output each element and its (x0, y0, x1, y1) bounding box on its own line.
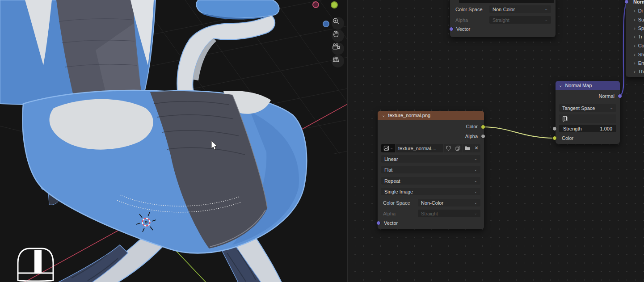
close-icon: ✕ (474, 145, 478, 151)
alpha-output-label: Alpha (465, 134, 478, 139)
panel-row[interactable]: › Di (634, 7, 643, 15)
vector-input-socket[interactable] (376, 221, 381, 225)
projection-value: Flat (384, 167, 392, 173)
panel-row[interactable]: › Sh (634, 51, 644, 59)
color-space-label: Color Space (383, 200, 418, 206)
vector-input-label: Vector (384, 220, 398, 226)
new-image-button[interactable] (453, 144, 462, 152)
color-input-socket[interactable] (552, 136, 557, 140)
strength-input-socket[interactable] (552, 126, 557, 131)
panel-label: Th (638, 69, 644, 74)
alpha-select[interactable]: Straight ⌄ (489, 16, 551, 24)
chevron-down-icon: ⌄ (474, 156, 477, 161)
color-space-select[interactable]: Non-Color ⌄ (489, 5, 551, 13)
chevron-down-icon: ⌄ (474, 200, 477, 205)
unlink-image-button[interactable]: ✕ (472, 144, 480, 152)
alpha-value: Straight (492, 17, 509, 23)
image-name-field[interactable]: texture_normal.... (396, 144, 443, 152)
space-select[interactable]: Tangent Space ⌄ (559, 104, 616, 112)
normal-input-label: Norm (633, 0, 644, 4)
panel-label: Co (638, 43, 644, 48)
panel-row[interactable]: › Su (634, 16, 644, 24)
vector-input-label: Vector (456, 26, 470, 32)
panel-arrow-icon: › (634, 60, 636, 66)
folder-icon (464, 145, 471, 151)
panel-arrow-icon: › (634, 52, 636, 57)
uv-map-icon (562, 116, 568, 122)
duplicate-icon (455, 145, 461, 151)
pan-button[interactable] (332, 29, 344, 42)
node-header[interactable]: ⌄ texture_normal.png (378, 111, 484, 120)
alpha-label: Alpha (455, 17, 489, 23)
color-output-socket[interactable] (481, 125, 485, 129)
strength-field[interactable]: Strength 1.000 (559, 125, 616, 132)
chevron-down-icon: ⌄ (390, 146, 393, 150)
color-space-value: Non-Color (421, 200, 443, 206)
image-icon (383, 145, 389, 151)
node-header[interactable]: ⌄ Normal Map (556, 81, 620, 90)
panel-arrow-icon: › (634, 25, 636, 31)
source-value: Single Image (384, 189, 413, 194)
node-title: Normal Map (565, 83, 592, 88)
zoom-icon (332, 17, 340, 25)
camera-icon (332, 42, 341, 51)
node-title: texture_normal.png (388, 113, 430, 118)
projection-select[interactable]: Flat ⌄ (381, 166, 480, 173)
alpha-output-socket[interactable] (481, 134, 485, 139)
alpha-select[interactable]: Straight ⌄ (418, 210, 480, 217)
panel-label: Su (638, 17, 644, 22)
hand-icon (332, 29, 340, 38)
collapse-icon[interactable]: ⌄ (382, 113, 385, 118)
zoom-button[interactable] (332, 17, 344, 29)
panel-row[interactable]: › Th (634, 67, 644, 76)
toggle-perspective-button[interactable] (332, 55, 344, 67)
panel-arrow-icon: › (634, 69, 636, 74)
3d-viewport[interactable] (0, 0, 348, 282)
color-space-label: Color Space (455, 7, 489, 12)
collapse-icon[interactable]: ⌄ (559, 83, 562, 88)
camera-view-button[interactable] (332, 42, 344, 55)
panel-label: Di (638, 8, 643, 13)
node-image-texture-partial[interactable]: Color Space Non-Color ⌄ Alpha Straight ⌄… (450, 0, 556, 37)
chevron-down-icon: ⌄ (610, 105, 613, 110)
interpolation-select[interactable]: Linear ⌄ (381, 155, 480, 163)
color-input-label: Color (562, 135, 573, 141)
alpha-label: Alpha (383, 211, 418, 216)
chevron-down-icon: ⌄ (474, 167, 477, 172)
gizmo-axis-x-ball[interactable] (312, 1, 319, 8)
node-shader-partial[interactable]: Norm › Di › Su › Sp › Tr › Co › Sh › Em (626, 0, 644, 77)
panel-row[interactable]: › Co (634, 42, 644, 50)
panel-row[interactable]: › Tr (634, 33, 643, 41)
strength-label: Strength (563, 126, 582, 131)
node-normal-map[interactable]: ⌄ Normal Map Normal Tangent Space ⌄ Stre… (556, 81, 620, 144)
chevron-down-icon: ⌄ (474, 178, 477, 183)
color-space-select[interactable]: Non-Color ⌄ (418, 199, 480, 206)
space-value: Tangent Space (562, 105, 595, 111)
blender-window: Color Space Non-Color ⌄ Alpha Straight ⌄… (0, 0, 644, 282)
panel-arrow-icon: › (634, 34, 636, 39)
chevron-down-icon: ⌄ (544, 17, 548, 22)
panel-row[interactable]: › Em (634, 59, 644, 67)
interpolation-value: Linear (384, 156, 398, 162)
panel-arrow-icon: › (634, 43, 636, 48)
open-image-button[interactable] (463, 144, 472, 152)
panel-label: Em (638, 60, 644, 66)
gizmo-axis-y-ball[interactable] (331, 1, 338, 8)
image-browse-button[interactable]: ⌄ (381, 144, 395, 152)
extension-select[interactable]: Repeat ⌄ (381, 177, 480, 185)
normal-output-socket[interactable] (618, 94, 622, 98)
color-space-value: Non-Color (492, 7, 515, 12)
color-output-label: Color (466, 124, 478, 129)
vector-input-socket[interactable] (449, 27, 454, 31)
shield-icon (446, 145, 451, 151)
fake-user-button[interactable] (444, 144, 453, 152)
uv-map-field[interactable] (559, 114, 616, 123)
alpha-value: Straight (421, 211, 438, 216)
panel-row[interactable]: › Sp (634, 24, 644, 32)
chevron-down-icon: ⌄ (544, 7, 548, 11)
gizmo-axis-z-ball[interactable] (323, 21, 329, 27)
partial-field[interactable] (459, 0, 554, 3)
source-select[interactable]: Single Image ⌄ (381, 188, 480, 195)
panel-arrow-icon: › (634, 8, 636, 13)
node-image-texture-normal[interactable]: ⌄ texture_normal.png Color Alpha ⌄ textu… (378, 111, 484, 229)
